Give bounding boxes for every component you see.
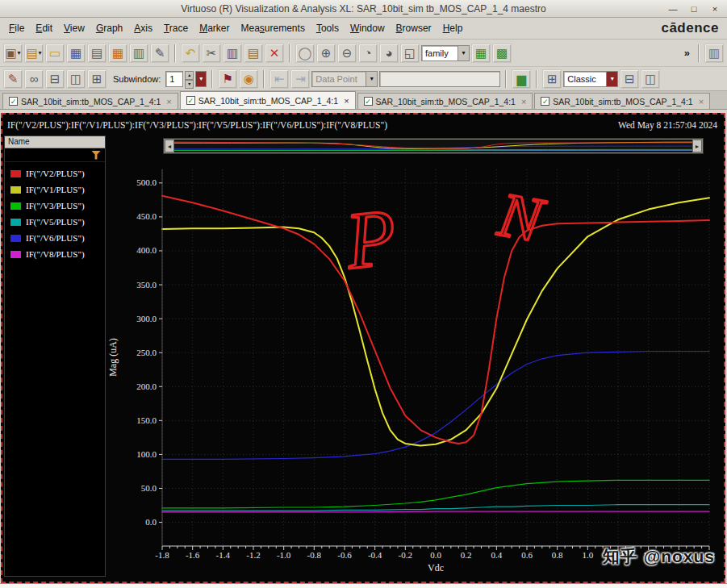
toolbar2-group-a: ✎∞⊟◫⊞ [3, 69, 107, 89]
close-icon[interactable]: × [521, 97, 526, 106]
chevron-down-icon[interactable]: ▾ [606, 72, 617, 86]
table-view-icon[interactable]: ⊞ [542, 69, 562, 89]
svg-text:0.0: 0.0 [430, 550, 441, 560]
cadence-logo: cādence [661, 20, 719, 36]
zoom-out-icon[interactable]: ⊖ [337, 44, 357, 63]
svg-text:150.0: 150.0 [136, 415, 157, 425]
style-dropdown-value: Classic [564, 74, 606, 84]
close-icon[interactable]: × [344, 96, 349, 106]
undo-icon[interactable]: ↶ [181, 44, 200, 63]
menu-graph[interactable]: Graph [90, 19, 128, 37]
graph-config-icon[interactable]: ◫ [641, 69, 660, 89]
next-point-icon[interactable]: ⇥ [290, 69, 310, 89]
zoom-in-icon[interactable]: ⊕ [316, 44, 336, 63]
fit-view-icon[interactable]: ◯ [295, 44, 315, 63]
subwindow-stepper[interactable]: 1 [165, 71, 183, 87]
chevron-down-icon[interactable]: ▾ [196, 72, 206, 86]
point-marker-icon[interactable]: ◉ [239, 69, 258, 89]
style-dropdown[interactable]: Classic ▾ [563, 71, 618, 87]
legend-label: IF("/V5/PLUS") [26, 217, 85, 227]
export-image-icon[interactable]: ▥ [129, 44, 148, 63]
tab-graph-2[interactable]: ✓SAR_10bit_sim:tb_MOS_CAP_1_4:1× [180, 91, 356, 109]
legend-item-5[interactable]: IF("/V6/PLUS") [5, 230, 105, 246]
zoom-y-icon[interactable]: ◕ [379, 44, 399, 63]
close-icon[interactable]: × [166, 97, 171, 106]
delete-icon[interactable]: ✕ [265, 44, 284, 63]
paste-icon[interactable]: ▤ [244, 44, 263, 63]
workspace-icon[interactable]: ▥ [704, 44, 724, 63]
minimize-button[interactable]: — [667, 4, 679, 14]
marker-tools-icon[interactable]: ✎ [3, 69, 23, 89]
previous-point-icon[interactable]: ⇤ [269, 69, 289, 89]
cut-icon[interactable]: ✂ [202, 44, 221, 63]
spin-up-icon[interactable]: ▴ [185, 71, 194, 80]
plot-canvas[interactable]: 0.050.0100.0150.0200.0250.0300.0350.0400… [106, 136, 721, 577]
menu-browser[interactable]: Browser [391, 19, 437, 37]
legend-item-6[interactable]: IF("/V8/PLUS") [5, 246, 105, 262]
menu-file[interactable]: File [3, 19, 30, 37]
histogram-icon[interactable]: ▆ [512, 69, 531, 89]
vertical-split-icon[interactable]: ◫ [66, 69, 86, 89]
copy-icon[interactable]: ▥ [223, 44, 242, 63]
tab-graph-4[interactable]: ✓SAR_10bit_sim:tb_MOS_CAP_1_4:1× [534, 93, 710, 109]
split-display-icon[interactable]: ⊟ [620, 69, 639, 89]
maximize-button[interactable]: □ [688, 4, 700, 14]
menu-help[interactable]: Help [437, 19, 469, 37]
menu-trace[interactable]: Trace [158, 19, 194, 37]
legend-item-2[interactable]: IF("/V1/PLUS") [5, 181, 105, 198]
horizontal-split-icon[interactable]: ⊟ [45, 69, 65, 89]
composite-mode-icon[interactable]: ▩ [492, 44, 512, 63]
legend-item-3[interactable]: IF("/V3/PLUS") [5, 198, 105, 214]
legend-item-1[interactable]: IF("/V2/PLUS") [5, 165, 105, 181]
filter-funnel-icon[interactable] [91, 151, 101, 160]
new-graph-window-icon[interactable]: ▣▾ [3, 44, 23, 63]
window-controls: — □ × [667, 0, 721, 18]
zoom-region-icon[interactable]: ◱ [400, 44, 420, 63]
spin-down-icon[interactable]: ▾ [185, 80, 194, 89]
data-point-dropdown[interactable]: Data Point ▾ [311, 71, 378, 87]
tab-label: SAR_10bit_sim:tb_MOS_CAP_1_4:1 [553, 97, 692, 106]
menu-items: FileEditViewGraphAxisTraceMarkerMeasurem… [3, 19, 468, 37]
hand-drawn-annotations: PN [341, 178, 551, 286]
legend-list: IF("/V2/PLUS")IF("/V1/PLUS")IF("/V3/PLUS… [5, 162, 105, 262]
print-icon[interactable]: ▤ [87, 44, 107, 63]
menu-measurements[interactable]: Measurements [236, 19, 311, 37]
chevron-down-icon[interactable]: ▾ [458, 46, 469, 60]
svg-text:450.0: 450.0 [136, 211, 157, 221]
save-icon[interactable]: ▦ [66, 44, 86, 63]
menu-tools[interactable]: Tools [311, 19, 345, 37]
toolbar-overflow-chevron[interactable]: » [681, 47, 693, 59]
svg-text:-1.2: -1.2 [246, 550, 260, 560]
open-folder-icon[interactable]: ▭ [45, 44, 65, 63]
strip-mode-icon[interactable]: ▦ [471, 44, 491, 63]
family-dropdown[interactable]: family ▾ [421, 45, 470, 61]
legend-label: IF("/V6/PLUS") [26, 233, 85, 243]
calculator-icon[interactable]: ▦ [108, 44, 127, 63]
legend-filter-row [5, 148, 105, 162]
menu-view[interactable]: View [58, 19, 90, 37]
close-button[interactable]: × [709, 4, 721, 14]
menu-axis[interactable]: Axis [128, 19, 158, 37]
subwindow-spin-buttons[interactable]: ▴▾ [185, 71, 194, 87]
legend-item-4[interactable]: IF("/V5/PLUS") [5, 214, 105, 230]
subwindow-dropdown[interactable]: ▾ [195, 71, 207, 87]
zoom-x-icon[interactable]: ◔ [358, 44, 378, 63]
plot-area: ◄ ► 0.050.0100.0150.0200.0250.0300.0350.… [106, 136, 721, 577]
chevron-down-icon[interactable]: ▾ [366, 72, 377, 86]
menu-edit[interactable]: Edit [30, 19, 58, 37]
menu-window[interactable]: Window [345, 19, 391, 37]
tab-graph-1[interactable]: ✓SAR_10bit_sim:tb_MOS_CAP_1_4:1× [2, 93, 178, 109]
edit-icon[interactable]: ✎ [150, 44, 169, 63]
flag-marker-icon[interactable]: ⚑ [218, 69, 237, 89]
graph-tab-bar: ✓SAR_10bit_sim:tb_MOS_CAP_1_4:1×✓SAR_10b… [0, 91, 727, 110]
data-point-input[interactable] [379, 71, 500, 87]
close-icon[interactable]: × [699, 97, 704, 106]
spectacles-icon[interactable]: ∞ [24, 69, 44, 89]
toolbar-separator [289, 44, 290, 62]
svg-text:-1.6: -1.6 [186, 550, 200, 560]
grid-layout-icon[interactable]: ⊞ [87, 69, 107, 89]
tab-graph-3[interactable]: ✓SAR_10bit_sim:tb_MOS_CAP_1_4:1× [357, 93, 533, 109]
open-results-icon[interactable]: ▤▾ [24, 44, 44, 63]
menu-marker[interactable]: Marker [194, 19, 235, 37]
toolbar-separator [263, 70, 265, 88]
